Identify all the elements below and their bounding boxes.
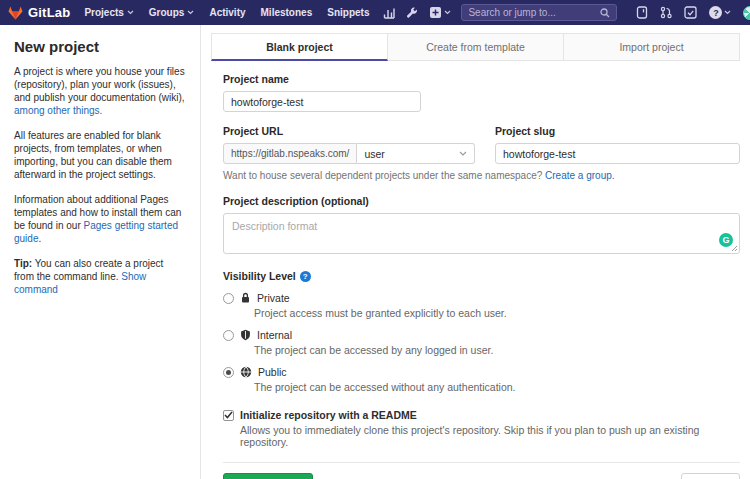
among-other-things-link[interactable]: among other things.: [14, 105, 102, 116]
internal-radio[interactable]: [223, 330, 234, 341]
nav-item-groups[interactable]: Groups: [149, 7, 195, 18]
readme-label[interactable]: Initialize repository with a README: [240, 409, 417, 421]
visibility-option-private: Private Project access must be granted e…: [223, 292, 740, 319]
analytics-button[interactable]: [383, 7, 395, 19]
project-name-input[interactable]: [223, 91, 421, 112]
resize-grip-icon[interactable]: [731, 245, 738, 252]
project-slug-input[interactable]: [495, 143, 740, 164]
visibility-option-internal: Internal The project can be accessed by …: [223, 329, 740, 356]
plus-square-icon: [429, 6, 442, 19]
chevron-down-icon: [724, 10, 731, 15]
chevron-down-icon: [187, 10, 194, 15]
new-menu-button[interactable]: [429, 6, 451, 19]
help-icon: ?: [709, 6, 722, 19]
readme-description: Allows you to immediately clone this pro…: [240, 424, 740, 448]
private-radio[interactable]: [223, 293, 234, 304]
form-footer: Create project Cancel: [223, 462, 740, 479]
namespace-hint: Want to house several dependent projects…: [223, 170, 740, 181]
cancel-button[interactable]: Cancel: [681, 473, 740, 479]
user-menu-button[interactable]: [743, 6, 750, 20]
todos-button[interactable]: [684, 6, 697, 19]
public-radio[interactable]: [223, 367, 234, 378]
global-search: [461, 4, 617, 21]
help-menu-button[interactable]: ?: [709, 6, 731, 19]
admin-button[interactable]: [406, 7, 418, 19]
sidebar-paragraph: All features are enabled for blank proje…: [14, 129, 185, 181]
nav-item-snippets[interactable]: Snippets: [327, 7, 369, 18]
chevron-down-icon: [459, 151, 467, 156]
wrench-icon: [406, 7, 418, 19]
create-project-button[interactable]: Create project: [223, 473, 313, 479]
nav-item-projects[interactable]: Projects: [84, 7, 133, 18]
shield-icon: [240, 329, 251, 341]
page-title: New project: [14, 38, 185, 55]
internal-option-label[interactable]: Internal: [257, 329, 292, 341]
public-option-label[interactable]: Public: [258, 366, 287, 378]
nav-menu: Projects Groups Activity Milestones Snip…: [84, 7, 369, 18]
tab-create-from-template[interactable]: Create from template: [388, 33, 564, 61]
merge-request-icon: [660, 6, 672, 19]
private-option-label[interactable]: Private: [257, 292, 290, 304]
globe-icon: [240, 366, 252, 378]
new-project-form: Project name Project URL https://gitlab.…: [211, 61, 740, 479]
chevron-down-icon: [127, 10, 134, 15]
issues-button[interactable]: [636, 6, 648, 19]
top-navbar: GitLab Projects Groups Activity Mileston…: [0, 0, 750, 25]
gitlab-logo[interactable]: GitLab: [8, 5, 70, 20]
search-input[interactable]: [468, 7, 600, 18]
avatar: [743, 6, 750, 20]
nav-item-activity[interactable]: Activity: [209, 7, 245, 18]
project-name-label: Project name: [223, 73, 740, 85]
visibility-option-public: Public The project can be accessed witho…: [223, 366, 740, 393]
project-url-prefix: https://gitlab.nspeaks.com/: [223, 143, 357, 164]
project-description-textarea[interactable]: [223, 213, 740, 254]
sidebar-paragraph: Information about additional Pages templ…: [14, 193, 185, 245]
project-type-tabs: Blank project Create from template Impor…: [211, 33, 740, 61]
namespace-select[interactable]: user: [357, 143, 475, 164]
new-project-panel: Blank project Create from template Impor…: [200, 25, 750, 479]
sidebar-help-panel: New project A project is where you house…: [0, 25, 200, 308]
internal-option-description: The project can be accessed by any logge…: [254, 344, 740, 356]
bar-chart-icon: [383, 7, 395, 19]
readme-option: Initialize repository with a README Allo…: [223, 409, 740, 448]
brand-name: GitLab: [28, 5, 70, 20]
description-field-wrap: G: [223, 213, 740, 254]
todo-check-icon: [684, 6, 697, 19]
tab-blank-project[interactable]: Blank project: [211, 33, 388, 61]
nav-item-milestones[interactable]: Milestones: [261, 7, 313, 18]
create-a-group-link[interactable]: Create a group.: [545, 170, 615, 181]
readme-checkbox[interactable]: [223, 410, 234, 421]
project-slug-label: Project slug: [495, 125, 740, 137]
lock-icon: [240, 292, 251, 304]
public-option-description: The project can be accessed without any …: [254, 381, 740, 393]
sidebar-paragraph: A project is where you house your files …: [14, 65, 185, 117]
merge-requests-button[interactable]: [660, 6, 672, 19]
issues-icon: [636, 6, 648, 19]
visibility-level-label: Visibility Level ?: [223, 270, 740, 282]
nav-right-icons: ?: [636, 6, 750, 20]
tab-import-project[interactable]: Import project: [564, 33, 740, 61]
project-url-label: Project URL: [223, 125, 475, 137]
project-description-label: Project description (optional): [223, 195, 740, 207]
chevron-down-icon: [444, 10, 451, 15]
sidebar-tip: Tip: You can also create a project from …: [14, 257, 185, 296]
search-icon: [600, 8, 610, 18]
visibility-help-icon[interactable]: ?: [300, 271, 311, 282]
tanuki-icon: [8, 6, 23, 20]
nav-icon-buttons: [383, 6, 451, 19]
check-icon: [224, 411, 233, 419]
private-option-description: Project access must be granted explicitl…: [254, 307, 740, 319]
